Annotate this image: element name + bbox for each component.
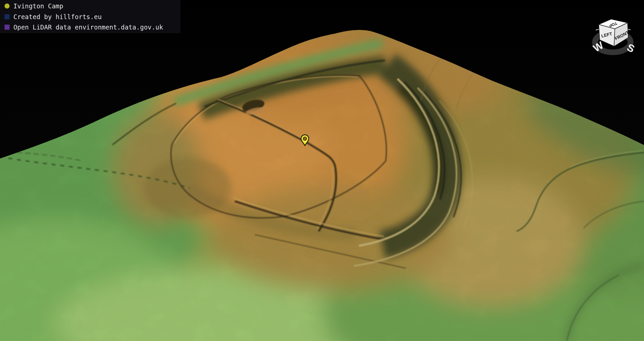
legend-item-site: Ivington Camp: [0, 1, 180, 11]
viewer-stage: Ivington Camp Created by hillforts.eu Op…: [0, 0, 644, 341]
legend-item-label: Ivington Camp: [13, 2, 63, 10]
map-pin-hole: [303, 137, 307, 140]
data-source-marker-icon: [4, 24, 10, 30]
compass-south-label: S: [625, 41, 637, 55]
legend-item-credit: Created by hillforts.eu: [0, 12, 180, 21]
orientation-gizmo[interactable]: W S TOP LEFT FRONT: [588, 9, 641, 59]
site-marker-icon: [4, 3, 10, 9]
legend-panel: Ivington Camp Created by hillforts.eu Op…: [0, 0, 180, 33]
legend-item-data-source: Open LiDAR data environment.data.gov.uk: [0, 22, 180, 32]
legend-item-label: Open LiDAR data environment.data.gov.uk: [13, 23, 163, 31]
terrain-3d-canvas[interactable]: [0, 0, 644, 341]
credit-marker-icon: [4, 14, 10, 19]
gizmo-tick-left: [596, 29, 599, 30]
legend-item-label: Created by hillforts.eu: [13, 13, 102, 20]
